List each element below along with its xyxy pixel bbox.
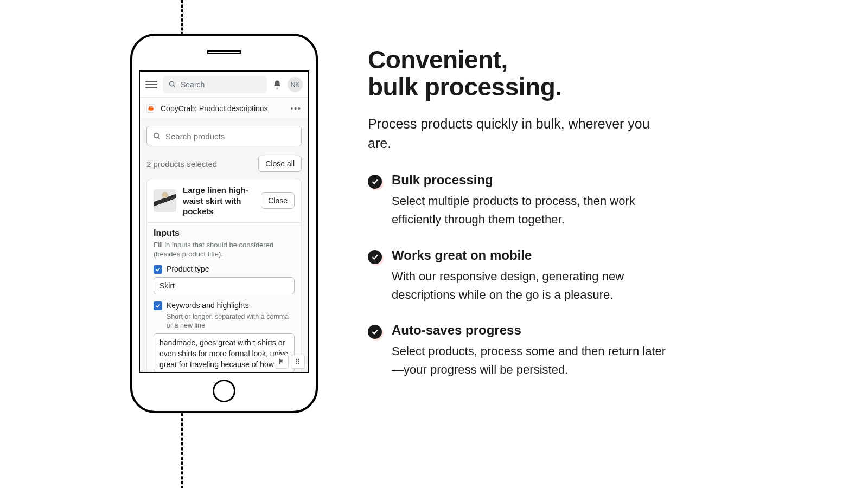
inputs-section: Inputs Fill in inputs that should be con… (147, 223, 301, 373)
feature-item: Auto-saves progress Select products, pro… (368, 323, 672, 379)
global-search-placeholder: Search (181, 80, 205, 89)
avatar-initials: NK (291, 81, 300, 88)
decorative-dashed-line-bottom (181, 413, 183, 488)
check-icon (368, 175, 382, 189)
floating-controls: ⠿ (275, 355, 305, 369)
app-screen: Search NK 🦀 CopyCrab: Product descriptio… (139, 70, 309, 373)
feature-title: Works great on mobile (392, 248, 672, 263)
feature-body: Select multiple products to process, the… (392, 192, 672, 229)
check-icon (368, 250, 382, 264)
phone-home-button (213, 380, 235, 402)
more-icon[interactable]: ••• (290, 104, 302, 113)
svg-point-0 (170, 82, 174, 86)
drag-handle-icon[interactable]: ⠿ (291, 355, 305, 369)
marketing-copy: Convenient, bulk processing. Process pro… (368, 47, 672, 397)
inputs-description: Fill in inputs that should be considered… (154, 240, 295, 259)
product-search-input[interactable]: Search products (146, 126, 302, 146)
flag-icon[interactable] (275, 355, 289, 369)
product-header: Large linen high-waist skirt with pocket… (147, 179, 301, 223)
lead-paragraph: Process products quickly in bulk, wherev… (368, 114, 672, 153)
decorative-dashed-line-top (181, 0, 183, 35)
notifications-icon[interactable] (272, 80, 282, 89)
keywords-checkbox[interactable] (154, 301, 162, 310)
feature-body: With our responsive design, generating n… (392, 267, 672, 304)
app-title-bar: 🦀 CopyCrab: Product descriptions ••• (140, 98, 308, 119)
search-icon (168, 80, 176, 88)
selection-count: 2 products selected (146, 159, 217, 169)
product-card: Large linen high-waist skirt with pocket… (146, 179, 302, 372)
close-all-button[interactable]: Close all (258, 156, 302, 172)
svg-point-2 (154, 133, 159, 138)
product-type-input[interactable] (154, 277, 295, 294)
app-icon: 🦀 (146, 104, 155, 113)
app-content: Search products 2 products selected Clos… (140, 119, 308, 372)
keywords-row: Keywords and highlights (154, 301, 295, 310)
keywords-hint: Short or longer, separated with a comma … (167, 312, 295, 331)
app-title: CopyCrab: Product descriptions (161, 104, 268, 113)
feature-title: Auto-saves progress (392, 323, 672, 338)
feature-item: Works great on mobile With our responsiv… (368, 248, 672, 304)
search-icon (152, 132, 161, 140)
headline: Convenient, bulk processing. (368, 47, 672, 100)
svg-line-3 (158, 137, 159, 139)
product-type-label: Product type (167, 265, 209, 273)
phone-speaker (207, 50, 241, 54)
check-icon (368, 325, 382, 339)
svg-line-1 (174, 86, 175, 87)
product-type-row: Product type (154, 265, 295, 274)
menu-icon[interactable] (145, 79, 157, 91)
product-search-placeholder: Search products (165, 132, 225, 141)
phone-frame: Search NK 🦀 CopyCrab: Product descriptio… (130, 34, 318, 413)
app-topbar: Search NK (140, 72, 308, 98)
feature-item: Bulk processing Select multiple products… (368, 172, 672, 229)
product-title: Large linen high-waist skirt with pocket… (183, 185, 254, 217)
feature-title: Bulk processing (392, 172, 672, 188)
selection-summary-row: 2 products selected Close all (146, 154, 302, 174)
feature-body: Select products, process some and then r… (392, 342, 672, 379)
avatar[interactable]: NK (288, 77, 303, 92)
keywords-input[interactable] (154, 333, 295, 372)
inputs-heading: Inputs (154, 228, 295, 238)
product-type-checkbox[interactable] (154, 265, 162, 274)
product-thumbnail (154, 189, 176, 212)
close-product-button[interactable]: Close (261, 192, 295, 209)
keywords-label: Keywords and highlights (167, 301, 249, 310)
global-search[interactable]: Search (163, 76, 267, 93)
